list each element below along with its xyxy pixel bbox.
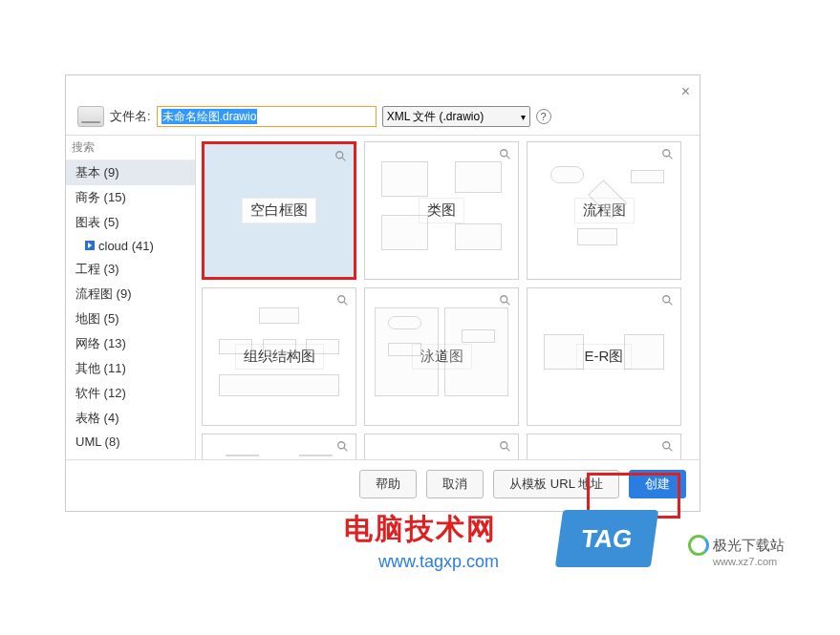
format-selected-text: XML 文件 (.drawio) (387, 109, 485, 125)
filename-label: 文件名: (110, 108, 151, 125)
filename-input[interactable]: 未命名绘图.drawio (157, 106, 377, 127)
svg-point-4 (663, 150, 670, 157)
help-icon[interactable]: ? (536, 109, 551, 124)
template-label: 空白框图 (242, 198, 316, 223)
dialog-header: 文件名: 未命名绘图.drawio XML 文件 (.drawio) ▾ ? (66, 75, 700, 135)
close-icon[interactable]: × (681, 83, 690, 100)
watermark-site-name: 电脑技术网 (344, 510, 497, 549)
sidebar-item-engineering[interactable]: 工程 (3) (66, 257, 195, 282)
aurora-logo: 极光下载站 (688, 535, 785, 556)
new-diagram-dialog: × 文件名: 未命名绘图.drawio XML 文件 (.drawio) ▾ ?… (65, 74, 700, 512)
magnifier-icon[interactable] (661, 440, 675, 454)
cancel-button[interactable]: 取消 (426, 470, 484, 498)
svg-point-14 (501, 442, 507, 449)
sidebar-item-software[interactable]: 软件 (12) (66, 381, 195, 406)
sidebar-item-business[interactable]: 商务 (15) (66, 185, 195, 210)
play-icon (85, 241, 95, 250)
template-swimlane[interactable]: 泳道图 (364, 287, 519, 426)
svg-line-15 (506, 448, 510, 452)
magnifier-icon[interactable] (661, 148, 675, 161)
sidebar-item-cloud[interactable]: cloud (41) (66, 235, 195, 257)
help-button[interactable]: 帮助 (359, 470, 417, 498)
template-row-2: 组织结构图 泳道图 (202, 287, 694, 426)
svg-line-13 (344, 448, 348, 452)
sidebar-item-venn[interactable]: venn (8) (66, 453, 195, 459)
magnifier-icon[interactable] (499, 148, 512, 161)
create-button[interactable]: 创建 (629, 470, 686, 498)
svg-line-7 (344, 302, 348, 306)
template-simple[interactable]: Simple (364, 434, 519, 459)
magnifier-icon[interactable] (499, 440, 512, 454)
magnifier-icon[interactable] (661, 294, 675, 307)
svg-line-3 (506, 156, 510, 159)
watermark-site-url: www.tagxp.com (378, 552, 499, 572)
file-format-select[interactable]: XML 文件 (.drawio) ▾ (382, 106, 530, 127)
magnifier-icon[interactable] (336, 294, 350, 307)
search-input[interactable]: 搜索 (66, 136, 195, 160)
svg-point-12 (338, 442, 345, 449)
aurora-url: www.xz7.com (713, 556, 777, 567)
svg-point-2 (501, 150, 507, 157)
sidebar-item-uml[interactable]: UML (8) (66, 431, 195, 453)
template-flowchart[interactable]: 流程图 (527, 141, 681, 280)
tag-badge: TAG (555, 510, 658, 567)
template-blank[interactable]: 空白框图 (202, 141, 356, 280)
sidebar-item-other[interactable]: 其他 (11) (66, 356, 195, 381)
swirl-icon (688, 535, 709, 556)
from-template-url-button[interactable]: 从模板 URL 地址 (493, 470, 619, 498)
category-sidebar: 搜索 基本 (9) 商务 (15) 图表 (5) cloud (41) 工程 (… (66, 136, 196, 459)
chevron-down-icon: ▾ (521, 112, 526, 122)
template-row-3: Sequence Simple Cross- (202, 434, 694, 459)
svg-point-16 (663, 442, 670, 449)
aurora-name: 极光下载站 (713, 537, 785, 555)
sidebar-item-charts[interactable]: 图表 (5) (66, 210, 195, 235)
sidebar-item-network[interactable]: 网络 (13) (66, 331, 195, 356)
svg-point-0 (336, 152, 343, 159)
template-grid: 空白框图 类图 (196, 136, 700, 459)
template-er-diagram[interactable]: E-R图 (527, 287, 681, 426)
sidebar-item-basic[interactable]: 基本 (9) (66, 160, 195, 185)
magnifier-icon[interactable] (334, 150, 348, 163)
dialog-footer: 帮助 取消 从模板 URL 地址 创建 (66, 459, 700, 508)
svg-line-17 (669, 448, 673, 452)
dialog-body: 搜索 基本 (9) 商务 (15) 图表 (5) cloud (41) 工程 (… (66, 135, 700, 459)
svg-line-5 (669, 156, 673, 159)
svg-line-9 (506, 302, 510, 306)
template-row-1: 空白框图 类图 (202, 141, 694, 280)
magnifier-icon[interactable] (499, 294, 512, 307)
svg-point-8 (501, 296, 507, 303)
disk-icon (77, 106, 104, 127)
template-sequence[interactable]: Sequence (202, 434, 356, 459)
svg-point-6 (338, 296, 345, 303)
template-cross[interactable]: Cross- (527, 434, 681, 459)
sidebar-item-tables[interactable]: 表格 (4) (66, 406, 195, 431)
svg-line-1 (342, 158, 346, 161)
svg-point-10 (663, 296, 670, 303)
sidebar-item-maps[interactable]: 地图 (5) (66, 307, 195, 331)
magnifier-icon[interactable] (336, 440, 350, 454)
template-org-chart[interactable]: 组织结构图 (202, 287, 356, 426)
category-list: 基本 (9) 商务 (15) 图表 (5) cloud (41) 工程 (3) … (66, 160, 195, 459)
sidebar-item-flowchart[interactable]: 流程图 (9) (66, 282, 195, 307)
template-class-diagram[interactable]: 类图 (364, 141, 519, 280)
svg-line-11 (669, 302, 673, 306)
